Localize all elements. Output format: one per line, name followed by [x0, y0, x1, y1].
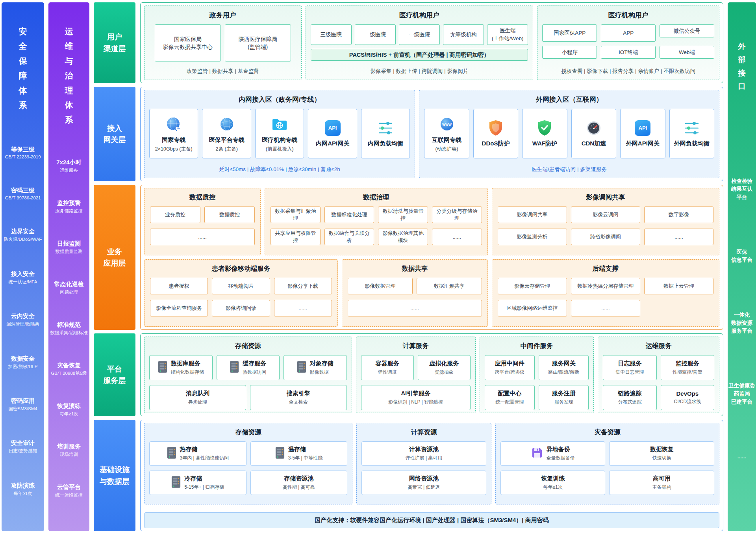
gateway-card-internet-line: www 互联网专线 (动态扩容)	[424, 109, 469, 158]
gateway-card-internet-api: API 外网API网关	[620, 109, 665, 158]
card-sub: 结构化数据存储	[171, 369, 204, 376]
card-sub: 2×10Gbps (主备)	[155, 146, 193, 153]
service-card: 对象存储影像数据	[284, 355, 347, 380]
card-label: 高可用	[653, 475, 671, 482]
layer-gateway-label: 接入 网关层	[94, 87, 135, 181]
sidebar-security-item: 攻防演练 每年≥1次	[2, 482, 43, 497]
sidebar-security-item: 接入安全 统一认证/MFA	[2, 270, 43, 285]
module-grid: 数据采集与汇聚治理数据标准化处理数据清洗与质量管控分类分级与存储治理共享应用与权…	[270, 207, 482, 245]
sidebar-ops-items: 7x24小时 运维服务 监控预警 服务链路监控 日报监测 数据质量监测 常态化巡…	[48, 127, 89, 531]
app-module-box: 数据清洗与质量管控	[378, 207, 428, 223]
panel-title: 数据共享	[347, 264, 483, 273]
hospital-boxes: 三级医院二级医院一级医院无等级机构医生端 (工作站/Web)	[311, 24, 528, 45]
panel-title: 政务用户	[149, 11, 296, 20]
layer-platform-label: 平台 服务层	[94, 333, 135, 416]
service-card: 虚拟化服务资源抽象	[418, 355, 471, 380]
item-label: 密码应用	[2, 397, 43, 405]
card-sub: 每年≥1次	[543, 484, 563, 491]
app-module-box: 影像数据治理其他模块	[378, 229, 428, 245]
service-card: 容器服务弹性调度	[361, 355, 414, 380]
card-sub: 影像识别 | NLP | 智能质控	[388, 399, 443, 406]
app-module-box: 数据采集与汇聚治理	[271, 207, 321, 223]
gateway-card-intranet-lb: 内网负载均衡	[361, 109, 410, 158]
localization-support-bar: 国产化支持：软硬件兼容国产化运行环境 | 国产处理器 | 国密算法（SM3/SM…	[144, 512, 719, 528]
card-sub: 快速切换	[652, 455, 671, 461]
card-label: 链路追踪	[618, 390, 641, 397]
sidebar-ops-item: 云管平台 统一运维监控	[49, 484, 89, 498]
panel-title: 医疗机构用户	[311, 11, 528, 20]
sidebar-ops-item: 标准规范 数据采集/治理标准	[49, 321, 89, 336]
card-label: 服务注册	[552, 390, 576, 397]
item-sub: 运维服务	[49, 167, 89, 173]
panel-storage-resources: 存储资源 热存储3年内 | 高性能快速访问 温存储3-5年 | 中等性能	[144, 423, 352, 504]
user-box: 陕西医疗保障局 (监管端)	[225, 24, 291, 61]
app-module-box: 数据标准化处理	[324, 207, 374, 223]
compute-service-cards: 容器服务弹性调度 虚拟化服务资源抽象	[361, 355, 471, 380]
card-sub: 全文检索	[289, 399, 308, 406]
app-module-box: 影像监测分析	[498, 229, 567, 245]
service-card: 监控服务性能监控/告警	[661, 355, 714, 380]
card-label: DevOps	[676, 390, 699, 397]
user-box: IOT终端	[601, 46, 656, 59]
resource-card-high-availability: 高可用主备架构	[609, 471, 714, 495]
item-sub: 服务链路监控	[49, 208, 89, 214]
item-label: 云管平台	[49, 484, 89, 491]
card-sub: (动态扩容)	[435, 146, 458, 153]
resource-card-offsite-backup: 异地备份全量数据备份	[500, 441, 606, 466]
panel-title: 存储资源	[149, 342, 347, 350]
gateway-card-intranet-api: API 内网API网关	[308, 109, 357, 158]
item-label: 安全审计	[2, 439, 43, 447]
card-sub: 3年内 | 高性能快速访问	[180, 455, 229, 461]
middleware-cards: 应用中间件跨平台/跨协议 服务网关路由/限流/熔断 配置中心统一配置管理	[485, 355, 589, 410]
panel-title: 灾备资源	[500, 428, 714, 437]
service-card: 服务网关路由/限流/熔断	[539, 355, 589, 380]
app-module-box: ......	[150, 229, 255, 245]
storage-wide-cards: 消息队列异步处理 搜索引擎全文检索	[149, 385, 347, 410]
card-label: 国家专线	[162, 136, 185, 144]
user-box: 一级医院	[399, 24, 440, 45]
resource-card-compute-pool: 计算资源池弹性扩展 | 高可用	[361, 441, 486, 466]
item-sub: 国密SM3/SM4	[2, 406, 43, 412]
storage-service-cards: 数据库服务结构化数据存储 缓存服务热数据访问 对象存储影像数据	[149, 355, 347, 380]
waf-shield-icon	[537, 118, 552, 138]
panel-middleware-services: 中间件服务 应用中间件跨平台/跨协议 服务网关路由/限流/熔断	[480, 337, 594, 413]
card-label: 缓存服务	[243, 360, 266, 367]
card-label: 计算资源池	[409, 446, 439, 453]
sidebar-ops-item: 培训服务 现场培训	[49, 443, 89, 458]
sidebar-security-item: 数据安全 加密/脱敏/DLP	[2, 355, 43, 370]
panel-footer: 医生端/患者端访问 | 多渠道服务	[424, 162, 714, 174]
app-module-box: 业务质控	[150, 207, 200, 223]
app-module-box: 影像分享下载	[274, 278, 332, 294]
app-module-box: 移动端阅片	[212, 278, 270, 294]
panel-backend-support: 后端支撑 影像云存储管理数据冷热温分层存储管理数据上云管理区域影像网络运维监控.…	[492, 259, 719, 327]
sidebar-security-item: 云内安全 漏洞管理/微隔离	[2, 313, 43, 327]
sidebar-external: 外部接口 检查检验 结果互认 平台医保 信息平台一体化 数据资源 服务平台卫生健…	[728, 2, 756, 531]
gov-user-boxes: 国家医保局 影像云数据共享中心陕西医疗保障局 (监管端)	[149, 24, 296, 61]
gateway-card-waf: WAF防护	[522, 109, 567, 158]
card-sub: 5-15年+ | 归档存储	[184, 484, 224, 491]
layer-gateway: 接入 网关层 内网接入区（政务网/专线） 国家专线 2×10Gbps (主备)	[94, 87, 723, 181]
item-sub: GB/T 39786-2021	[2, 195, 43, 200]
resource-card-storage-pool: 存储资源池高性能 | 高可靠	[250, 471, 348, 495]
card-sub: 跨平台/跨协议	[495, 369, 524, 376]
card-label: 消息队列	[186, 390, 209, 397]
item-label: 日报监测	[49, 240, 89, 247]
panel-title: 后端支撑	[497, 264, 714, 273]
card-sub: CI/CD流水线	[674, 398, 701, 405]
layers-column: 用户 渠道层 政务用户 国家医保局 影像云数据共享中心陕西医疗保障局 (监管端)…	[94, 2, 723, 531]
user-box: 微信公众号	[660, 24, 714, 37]
card-label: 应用中间件	[495, 360, 524, 367]
external-platform-item: 检查检验 结果互认 平台	[728, 177, 755, 201]
panel-title: 影像调阅共享	[497, 193, 714, 202]
card-sub: 服务发现	[554, 399, 573, 406]
external-platform-item: ......	[728, 453, 755, 461]
card-label: 外网负载均衡	[674, 140, 710, 147]
card-label: WAF防护	[532, 140, 557, 147]
server-icon	[275, 447, 285, 461]
panel-gov-users: 政务用户 国家医保局 影像云数据共享中心陕西医疗保障局 (监管端) 政策监管 |…	[144, 6, 302, 80]
sidebar-security-title: 安全保障体系	[18, 24, 28, 112]
resource-card-warm-storage: 温存储3-5年 | 中等性能	[250, 441, 348, 466]
panel-disaster-resources: 灾备资源 异地备份全量数据备份 数据恢复快速切换 恢复训练每年≥1次	[495, 423, 719, 504]
app-module-box: 影像调阅共享	[498, 207, 567, 223]
panel-ops-services: 运维服务 日志服务集中日志管理 监控服务性能监控/告警	[598, 337, 719, 413]
